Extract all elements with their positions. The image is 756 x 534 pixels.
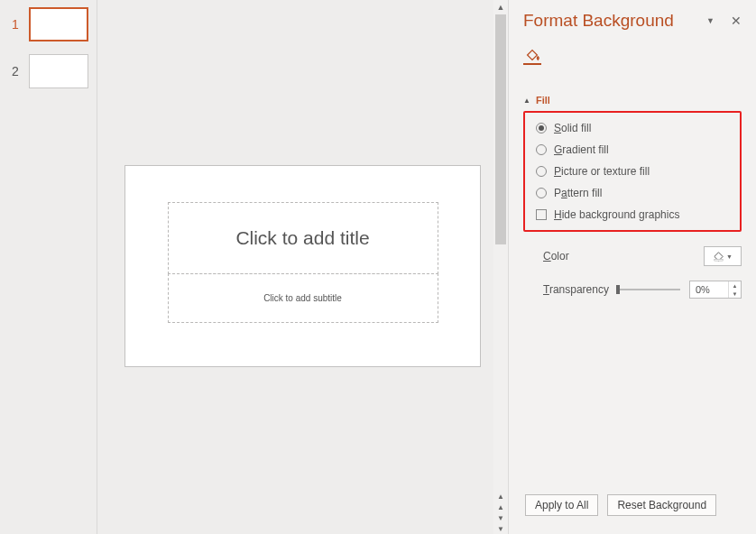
prev-slide-icon[interactable]: ▲ <box>493 502 508 512</box>
radio-icon <box>536 188 547 198</box>
radio-icon <box>536 144 547 155</box>
slide[interactable]: Click to add title Click to add subtitle <box>124 165 481 367</box>
radio-pattern-fill[interactable]: Pattern fill <box>536 187 729 199</box>
checkbox-icon <box>536 209 547 220</box>
color-row: Color ▼ <box>523 246 742 266</box>
slide-canvas-area: Click to add title Click to add subtitle… <box>97 0 508 534</box>
panel-title: Format Background <box>523 11 674 31</box>
transparency-row: Transparency 0% ▲ ▼ <box>523 281 742 299</box>
radio-solid-fill[interactable]: Solid fill <box>536 122 729 134</box>
scroll-up-icon[interactable]: ▲ <box>493 0 508 14</box>
spin-up-icon[interactable]: ▲ <box>729 281 741 290</box>
fill-section-header[interactable]: ▲ Fill <box>523 95 742 106</box>
title-placeholder[interactable]: Click to add title <box>168 202 438 274</box>
thumbnail-number: 1 <box>7 17 23 32</box>
dropdown-icon: ▼ <box>726 253 733 260</box>
prev-slide-icon[interactable]: ▲ <box>493 491 508 502</box>
thumbnail-slide-2[interactable]: 2 <box>7 54 89 88</box>
checkbox-hide-background-graphics[interactable]: Hide background graphics <box>536 208 729 221</box>
collapse-icon[interactable]: ▲ <box>523 97 530 105</box>
next-slide-icon[interactable]: ▼ <box>493 512 508 523</box>
vertical-scrollbar[interactable]: ▲ ▲ ▲ ▼ ▼ <box>493 0 508 534</box>
color-picker-button[interactable]: ▼ <box>704 246 742 266</box>
thumbnail-number: 2 <box>7 64 23 78</box>
radio-icon <box>536 123 547 134</box>
svg-rect-0 <box>715 259 723 261</box>
apply-to-all-button[interactable]: Apply to All <box>525 494 598 516</box>
thumbnail-preview[interactable] <box>29 54 88 88</box>
reset-background-button[interactable]: Reset Background <box>607 494 716 516</box>
scrollbar-thumb[interactable] <box>495 14 506 244</box>
thumbnail-preview[interactable] <box>29 7 88 41</box>
fill-category-icon[interactable] <box>523 47 742 68</box>
paint-bucket-icon <box>713 250 724 263</box>
subtitle-placeholder[interactable]: Click to add subtitle <box>168 273 438 323</box>
close-icon[interactable]: ✕ <box>731 14 742 28</box>
transparency-spinner[interactable]: 0% ▲ ▼ <box>689 281 742 299</box>
format-background-panel: Format Background ▼ ✕ ▲ Fill Solid fill <box>508 0 756 534</box>
next-slide-icon[interactable]: ▼ <box>493 523 508 534</box>
spin-down-icon[interactable]: ▼ <box>729 290 741 298</box>
radio-gradient-fill[interactable]: Gradient fill <box>536 143 729 156</box>
transparency-value[interactable]: 0% <box>690 281 728 298</box>
slide-thumbnails-pane: 1 2 <box>0 0 97 534</box>
panel-menu-icon[interactable]: ▼ <box>706 16 715 25</box>
fill-options-highlight: Solid fill Gradient fill Picture or text… <box>523 111 742 232</box>
thumbnail-slide-1[interactable]: 1 <box>7 7 89 41</box>
transparency-slider[interactable] <box>616 283 680 296</box>
radio-icon <box>536 166 547 177</box>
radio-picture-texture-fill[interactable]: Picture or texture fill <box>536 165 729 178</box>
